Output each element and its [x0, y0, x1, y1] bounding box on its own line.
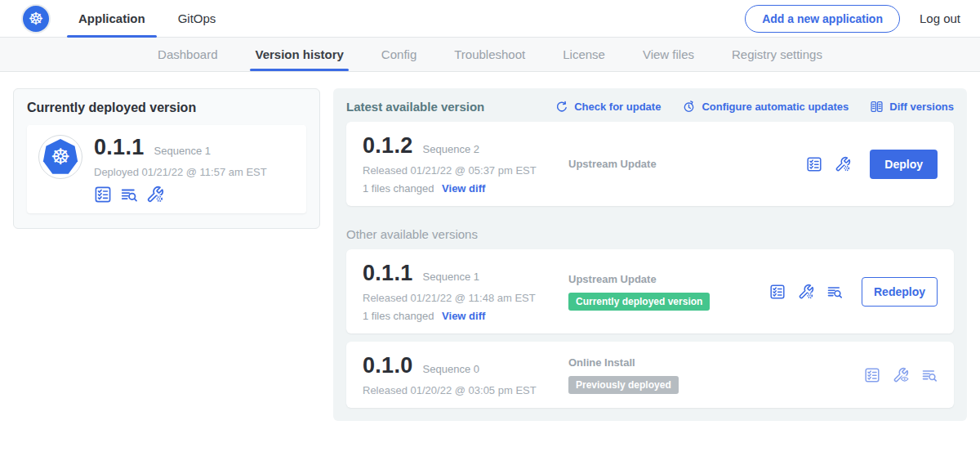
files-changed-count: 1 files changed — [363, 310, 434, 322]
tab-gitops[interactable]: GitOps — [178, 0, 216, 38]
view-logs-icon[interactable] — [826, 284, 843, 300]
helm-glyph: ☸ — [29, 10, 44, 27]
tab-application-label: Application — [78, 11, 145, 25]
view-diff-link[interactable]: View diff — [442, 182, 485, 195]
subnav-tab-registry-settings-label: Registry settings — [732, 47, 822, 61]
tab-application[interactable]: Application — [78, 0, 145, 38]
version-number: 0.1.0 — [363, 353, 413, 378]
previously-deployed-badge: Previously deployed — [568, 376, 679, 394]
edit-config-icon[interactable] — [835, 156, 851, 172]
helm-glyph: ☸ — [51, 146, 70, 168]
subnav-tab-license[interactable]: License — [563, 38, 605, 71]
files-changed-line: 1 files changed View diff — [363, 182, 568, 195]
redeploy-button[interactable]: Redeploy — [862, 277, 938, 307]
app-subnav: Dashboard Version history Config Trouble… — [0, 38, 980, 72]
latest-version-header-row: Latest available version Check for updat… — [346, 100, 954, 114]
version-source-label: Upstream Update — [568, 158, 657, 170]
logout-button[interactable]: Log out — [920, 11, 960, 25]
subnav-tab-troubleshoot[interactable]: Troubleshoot — [454, 38, 525, 71]
app-logo-badge: ☸ — [38, 135, 82, 179]
check-for-update-link[interactable]: Check for update — [555, 100, 661, 114]
app-header: ☸ Application GitOps Add a new applicati… — [0, 0, 980, 38]
subnav-tab-config-label: Config — [381, 47, 416, 61]
subnav-tab-dashboard[interactable]: Dashboard — [158, 38, 217, 71]
released-timestamp: Released 01/20/22 @ 03:05 pm EST — [363, 384, 568, 396]
subnav-tab-version-history[interactable]: Version history — [255, 38, 343, 71]
tab-gitops-label: GitOps — [178, 11, 216, 25]
main-content: Currently deployed version ☸ 0.1.1 Seque… — [0, 72, 980, 437]
files-changed-line: 1 files changed View diff — [363, 310, 568, 322]
preflight-checklist-icon[interactable] — [94, 186, 112, 204]
version-actions: Redeploy — [769, 277, 938, 307]
edit-config-icon[interactable] — [146, 186, 164, 204]
preflight-checklist-icon[interactable] — [806, 156, 822, 172]
version-row-0-1-2: 0.1.2 Sequence 2 Released 01/21/22 @ 05:… — [346, 122, 954, 206]
deployed-sequence-label: Sequence 1 — [154, 145, 211, 157]
check-for-update-label: Check for update — [574, 101, 661, 113]
header-tabs: Application GitOps — [78, 0, 248, 38]
version-source-label: Online Install — [568, 356, 635, 369]
version-actions: Deploy — [806, 150, 938, 179]
version-row-0-1-1: 0.1.1 Sequence 1 Released 01/21/22 @ 11:… — [346, 249, 954, 333]
preflight-checklist-icon[interactable] — [864, 367, 880, 383]
kubernetes-helm-icon: ☸ — [23, 6, 49, 32]
subnav-tab-view-files[interactable]: View files — [643, 38, 694, 71]
version-source-column: Upstream Update — [568, 158, 806, 170]
deployed-timestamp: Deployed 01/21/22 @ 11:57 am EST — [94, 166, 267, 178]
version-actions — [864, 367, 938, 383]
subnav-tab-registry-settings[interactable]: Registry settings — [732, 38, 822, 71]
currently-deployed-card: Currently deployed version ☸ 0.1.1 Seque… — [13, 88, 320, 229]
deployed-version-info: 0.1.1 Sequence 1 Deployed 01/21/22 @ 11:… — [94, 135, 267, 204]
deploy-button[interactable]: Deploy — [870, 150, 938, 179]
subnav-tab-config[interactable]: Config — [381, 38, 416, 71]
deployed-version-tile: ☸ 0.1.1 Sequence 1 Deployed 01/21/22 @ 1… — [27, 125, 306, 213]
configure-automatic-updates-label: Configure automatic updates — [702, 101, 849, 113]
sequence-label: Sequence 2 — [423, 143, 479, 155]
version-source-column: Online Install Previously deployed — [568, 356, 864, 394]
currently-deployed-title: Currently deployed version — [27, 101, 306, 115]
version-info: 0.1.0 Sequence 0 Released 01/20/22 @ 03:… — [363, 353, 568, 396]
view-config-icon[interactable] — [893, 367, 909, 383]
update-actions: Check for update Configure automatic upd… — [555, 100, 954, 114]
sequence-label: Sequence 1 — [423, 271, 479, 283]
view-diff-link[interactable]: View diff — [442, 310, 485, 322]
subnav-tab-dashboard-label: Dashboard — [158, 47, 217, 61]
edit-config-icon[interactable] — [798, 284, 814, 300]
header-right: Add a new application Log out — [745, 5, 960, 33]
diff-versions-link[interactable]: Diff versions — [870, 100, 954, 114]
version-history-panel: Latest available version Check for updat… — [333, 88, 967, 421]
version-row-0-1-0: 0.1.0 Sequence 0 Released 01/20/22 @ 03:… — [346, 342, 954, 408]
subnav-tab-troubleshoot-label: Troubleshoot — [454, 47, 525, 61]
other-versions-title: Other available versions — [346, 227, 954, 241]
version-number: 0.1.2 — [363, 133, 413, 159]
add-new-application-button[interactable]: Add a new application — [745, 5, 900, 33]
subnav-tab-version-history-label: Version history — [255, 47, 343, 61]
diff-icon — [870, 100, 884, 114]
sequence-label: Sequence 0 — [423, 363, 479, 375]
latest-version-title: Latest available version — [346, 100, 484, 114]
view-logs-icon[interactable] — [120, 186, 138, 204]
schedule-icon — [682, 100, 696, 114]
deployed-version-number: 0.1.1 — [94, 135, 145, 160]
configure-automatic-updates-link[interactable]: Configure automatic updates — [682, 100, 849, 114]
version-info: 0.1.1 Sequence 1 Released 01/21/22 @ 11:… — [363, 261, 568, 322]
released-timestamp: Released 01/21/22 @ 11:48 am EST — [363, 292, 568, 304]
preflight-checklist-icon[interactable] — [769, 284, 786, 300]
diff-versions-label: Diff versions — [889, 101, 954, 113]
released-timestamp: Released 01/21/22 @ 05:37 pm EST — [363, 164, 568, 177]
refresh-icon — [555, 100, 568, 114]
version-info: 0.1.2 Sequence 2 Released 01/21/22 @ 05:… — [363, 133, 568, 195]
currently-deployed-badge: Currently deployed version — [568, 293, 710, 311]
subnav-tab-view-files-label: View files — [643, 47, 694, 61]
kubernetes-helm-icon: ☸ — [42, 139, 78, 175]
version-source-column: Upstream Update Currently deployed versi… — [568, 273, 769, 311]
version-source-label: Upstream Update — [568, 273, 657, 285]
version-number: 0.1.1 — [363, 261, 413, 286]
view-logs-icon[interactable] — [921, 367, 938, 383]
deployed-version-actions — [94, 186, 267, 204]
files-changed-count: 1 files changed — [363, 182, 434, 195]
subnav-tab-license-label: License — [563, 47, 605, 61]
